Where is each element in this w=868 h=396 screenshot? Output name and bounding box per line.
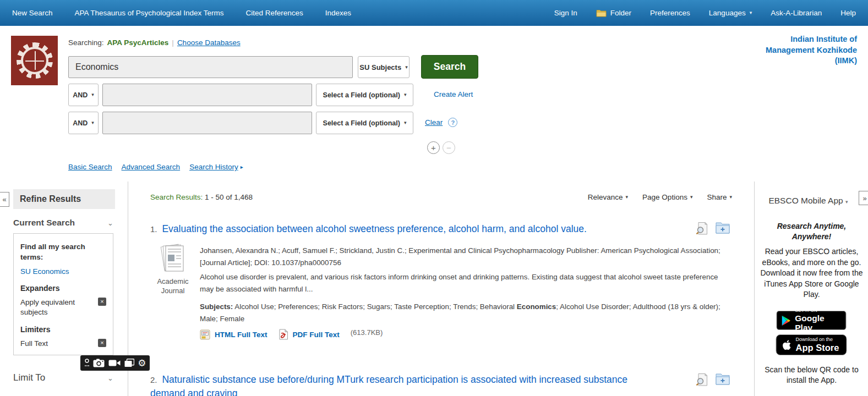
limiters-label: Limiters (20, 325, 106, 334)
share-dropdown[interactable]: Share ▾ (707, 193, 732, 201)
caret-down-icon: ▾ (404, 120, 407, 125)
current-search-header[interactable]: Current Search ⌄ (13, 218, 113, 228)
relevance-label: Relevance (588, 193, 623, 201)
institution-line2: Management Kozhikode (677, 45, 857, 56)
collapse-sidebar-button[interactable]: « (0, 192, 9, 207)
clear-link[interactable]: Clear (425, 118, 443, 127)
result-1-actions (695, 222, 730, 235)
windows-icon[interactable] (124, 359, 134, 367)
limiter-row: Full Text × (20, 339, 106, 349)
remove-limiter-button[interactable]: × (98, 339, 106, 347)
expanders-label: Expanders (20, 284, 106, 293)
ebscohost-page: New Search APA Thesaurus of Psychologica… (0, 0, 868, 396)
search-term-link[interactable]: SU Economics (20, 267, 69, 276)
google-play-badge[interactable]: GET IT ON Google Play (777, 311, 847, 330)
nav-folder-label: Folder (610, 9, 631, 17)
add-to-folder-icon[interactable] (716, 373, 730, 385)
boolean-operator-label: AND (73, 119, 88, 127)
results-count: Search Results: 1 - 50 of 1,468 (150, 193, 253, 201)
app-store-label: App Store (796, 343, 839, 353)
source-type-label: Academic Journal (150, 277, 195, 295)
chevron-down-icon: ⌄ (107, 219, 113, 227)
find-all-terms-label: Find all my search terms: (20, 241, 106, 262)
result-title-link[interactable]: Naturalistic substance use before/during… (150, 374, 627, 396)
caret-down-icon: ▾ (626, 195, 629, 200)
limit-to-header[interactable]: Limit To ⌄ (13, 372, 113, 383)
pdf-full-text-link[interactable]: PDF Full Text (293, 331, 340, 339)
nav-folder[interactable]: Folder (596, 9, 631, 17)
page-options-dropdown[interactable]: Page Options ▾ (642, 193, 692, 201)
subjects-text: Alcohol Use; Preferences; Risk Factors; … (234, 302, 517, 311)
caret-down-icon: ▾ (845, 199, 848, 205)
create-alert-link[interactable]: Create Alert (434, 90, 473, 98)
select-field-button[interactable]: Select a Field (optional) ▾ (316, 84, 413, 106)
camera-icon[interactable] (93, 359, 105, 367)
preview-icon[interactable] (695, 222, 708, 235)
clear-row: Clear ? (425, 118, 457, 127)
boolean-operator-button[interactable]: AND ▾ (68, 112, 99, 134)
search-results-area: Search Results: 1 - 50 of 1,468 Relevanc… (128, 182, 754, 396)
app-store-tagline: Download on the (796, 337, 839, 343)
mobile-app-header[interactable]: EBSCO Mobile App ▾ (755, 196, 862, 206)
nav-languages[interactable]: Languages ▾ (709, 9, 752, 17)
nav-sign-in[interactable]: Sign In (554, 9, 577, 17)
app-tagline-line2: Anywhere! (755, 232, 868, 242)
search-input[interactable] (68, 56, 353, 78)
field-selector-button[interactable]: SU Subjects ▾ (358, 56, 410, 78)
result-title-link[interactable]: Evaluating the association between alcoh… (162, 223, 586, 234)
divider: | (172, 38, 174, 47)
remove-row-button[interactable]: − (443, 141, 455, 154)
search-button[interactable]: Search (421, 55, 478, 79)
pdf-file-size: (613.7KB) (351, 328, 383, 337)
select-field-button[interactable]: Select a Field (optional) ▾ (316, 112, 413, 134)
nav-new-search[interactable]: New Search (12, 9, 53, 17)
nav-cited-references[interactable]: Cited References (245, 9, 303, 17)
nav-apa-thesaurus[interactable]: APA Thesaurus of Psychological Index Ter… (75, 9, 224, 17)
annotate-icon[interactable] (84, 359, 90, 367)
searching-label: Searching: (68, 38, 104, 47)
search-mode-links: Basic Search Advanced Search Search Hist… (68, 163, 243, 171)
search-panel: Searching: APA PsycArticles | Choose Dat… (0, 26, 868, 182)
result-abstract: Alcohol use disorder is prevalent, and v… (200, 271, 724, 295)
advanced-search-link[interactable]: Advanced Search (122, 163, 181, 171)
top-nav-left: New Search APA Thesaurus of Psychologica… (12, 9, 351, 17)
page-options-label: Page Options (642, 193, 687, 201)
caret-down-icon: ▾ (91, 92, 94, 97)
preview-icon[interactable] (695, 373, 708, 387)
boolean-operator-button[interactable]: AND ▾ (68, 84, 99, 106)
expander-row: Apply equivalent subjects × (20, 298, 106, 317)
search-button-label: Search (434, 61, 466, 73)
app-store-badge[interactable]: Download on the App Store (776, 334, 847, 355)
add-row-button[interactable]: + (427, 141, 440, 154)
caret-down-icon: ▾ (750, 10, 752, 15)
add-to-folder-icon[interactable] (716, 222, 730, 234)
share-label: Share (707, 193, 727, 201)
nav-ask-a-librarian[interactable]: Ask-A-Librarian (771, 9, 822, 17)
search-results-label: Search Results: (150, 193, 203, 201)
search-input-row3[interactable] (102, 112, 312, 134)
help-icon[interactable]: ? (448, 118, 457, 127)
collapse-panel-button[interactable]: » (859, 191, 868, 205)
nav-help[interactable]: Help (840, 9, 856, 17)
search-row-3: AND ▾ Select a Field (optional) ▾ (68, 112, 413, 134)
search-history-link[interactable]: Search History (189, 163, 238, 171)
video-camera-icon[interactable] (108, 359, 121, 367)
html-full-text-link[interactable]: HTML Full Text (215, 331, 268, 339)
search-input-row2[interactable] (102, 84, 312, 106)
result-2-actions (695, 373, 730, 387)
remove-expander-button[interactable]: × (98, 298, 106, 306)
basic-search-link[interactable]: Basic Search (68, 163, 112, 171)
relevance-dropdown[interactable]: Relevance ▾ (588, 193, 628, 201)
choose-databases-link[interactable]: Choose Databases (177, 38, 241, 47)
nav-indexes[interactable]: Indexes (325, 9, 351, 17)
nav-preferences[interactable]: Preferences (650, 9, 690, 17)
boolean-operator-label: AND (73, 91, 88, 99)
expander-item-label: Apply equivalent subjects (20, 298, 85, 317)
institution-name: Indian Institute of Management Kozhikode… (677, 34, 857, 67)
result-number: 2. (150, 375, 157, 384)
mobile-app-title: EBSCO Mobile App (768, 196, 843, 205)
folder-icon (596, 9, 607, 17)
limiter-item-label: Full Text (20, 339, 85, 349)
caret-down-icon: ▾ (729, 195, 732, 200)
gear-icon[interactable]: ⚙ (138, 359, 146, 368)
